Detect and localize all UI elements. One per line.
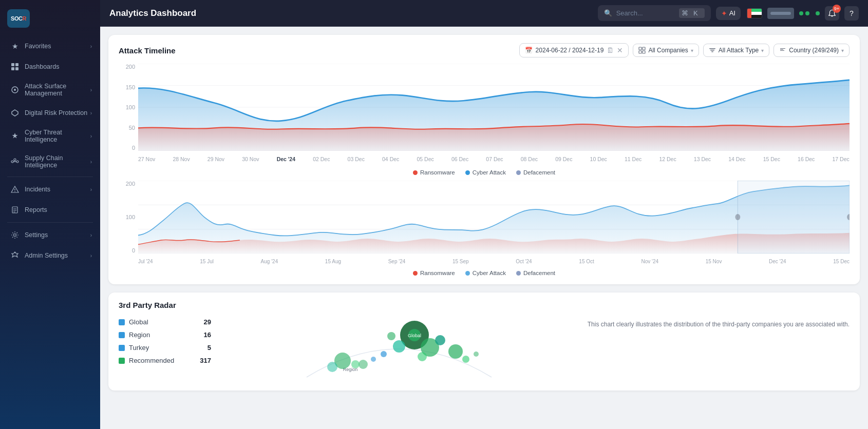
chevron-icon: ›	[90, 253, 92, 259]
sidebar: SOCR ★ Favorites › Dashboards Attack Sur…	[0, 0, 100, 429]
turkey-dot	[119, 345, 125, 351]
filter-group: 📅 2024-06-22 / 2024-12-19 🗓 ✕ All Compan…	[519, 43, 850, 57]
search-shortcut: ⌘ K	[679, 8, 705, 18]
main-chart-canvas	[138, 64, 850, 151]
radar-card-header: 3rd Party Radar	[119, 301, 850, 309]
companies-filter[interactable]: All Companies ▾	[633, 44, 699, 57]
mini-y-labels: 200 100 0	[119, 181, 138, 254]
logo: SOCR	[7, 9, 30, 28]
page-title: Analytics Dashboard	[109, 8, 196, 18]
chevron-icon: ›	[90, 159, 92, 165]
mini-chart-canvas	[138, 181, 850, 254]
svg-rect-18	[639, 47, 641, 50]
svg-point-49	[474, 352, 479, 357]
status-dot-green1	[799, 11, 803, 15]
x-axis-labels: 27 Nov 28 Nov 29 Nov 30 Nov Dec '24 02 D…	[138, 152, 850, 166]
radar-legend: Global 29 Region 16 Turkey 5 Recommended…	[119, 316, 211, 382]
mini-x-labels: Jul '24 15 Jul Aug '24 15 Aug Sep '24 15…	[138, 255, 850, 268]
sidebar-item-settings[interactable]: Settings ›	[3, 225, 97, 245]
radar-title: 3rd Party Radar	[119, 301, 176, 309]
sidebar-item-dashboards[interactable]: Dashboards	[3, 57, 97, 76]
sidebar-item-digital-risk[interactable]: Digital Risk Protection ›	[3, 103, 97, 123]
chevron-icon: ›	[90, 133, 92, 139]
notification-icon[interactable]: 9+	[825, 6, 839, 21]
legend-ransomware: Ransomware	[413, 169, 455, 176]
digital-risk-icon	[10, 108, 20, 118]
sidebar-item-supply-chain[interactable]: Supply Chain Intelligence ›	[3, 149, 97, 174]
help-button[interactable]: ?	[844, 6, 859, 21]
svg-point-7	[16, 161, 18, 163]
svg-point-5	[14, 89, 16, 91]
y-axis-labels: 200 150 100 50 0	[119, 64, 138, 151]
sidebar-item-cyber-threat[interactable]: Cyber Threat Intelligence ›	[3, 124, 97, 148]
svg-rect-3	[15, 67, 18, 70]
date-range-value: 2024-06-22 / 2024-12-19	[536, 47, 604, 54]
mini-defacement-dot	[516, 271, 521, 276]
sidebar-item-favorites[interactable]: ★ Favorites ›	[3, 36, 97, 56]
svg-point-44	[418, 352, 427, 361]
chevron-attack-type: ▾	[761, 48, 764, 53]
country-filter[interactable]: Country (249/249) ▾	[773, 44, 850, 57]
svg-point-41	[393, 340, 405, 353]
svg-point-8	[14, 159, 16, 161]
ransomware-dot	[413, 170, 418, 175]
recommended-dot	[119, 358, 125, 364]
chevron-icon: ›	[90, 232, 92, 238]
legend-defacement: Defacement	[516, 169, 555, 176]
radar-legend-recommended: Recommended 317	[119, 354, 211, 367]
radar-legend-turkey: Turkey 5	[119, 341, 211, 354]
search-icon: 🔍	[604, 9, 612, 17]
mini-chart-area: 200 100 0	[119, 181, 850, 268]
radar-legend-region: Region 16	[119, 328, 211, 341]
mini-ransomware-dot	[413, 271, 418, 276]
dashboards-icon	[10, 62, 20, 71]
svg-rect-2	[11, 67, 14, 70]
ai-button[interactable]: ✦ AI	[716, 7, 741, 20]
svg-text:Global: Global	[408, 333, 421, 338]
radar-legend-global: Global 29	[119, 316, 211, 328]
close-date-icon[interactable]: ✕	[617, 46, 623, 54]
svg-rect-20	[639, 51, 641, 53]
user-org-label	[767, 8, 794, 19]
sidebar-item-admin[interactable]: Admin Settings ›	[3, 246, 97, 265]
sidebar-item-attack-surface[interactable]: Attack Surface Management ›	[3, 77, 97, 102]
svg-point-17	[14, 234, 16, 237]
supply-chain-icon	[10, 157, 20, 166]
sidebar-item-incidents[interactable]: Incidents ›	[3, 180, 97, 199]
settings-icon	[10, 230, 20, 240]
calendar-icon: 📅	[525, 47, 533, 54]
attack-type-filter[interactable]: All Attack Type ▾	[703, 44, 770, 57]
chevron-icon: ›	[90, 187, 92, 192]
radar-description: This chart clearly illustrates the distr…	[588, 316, 850, 382]
attack-surface-icon	[10, 85, 20, 94]
svg-point-46	[381, 351, 387, 357]
nav-separator	[7, 222, 93, 223]
legend-cyber-attack: Cyber Attack	[465, 169, 506, 176]
svg-point-43	[387, 332, 395, 340]
svg-point-12	[14, 191, 15, 192]
svg-rect-23	[710, 50, 714, 51]
chevron-country: ▾	[841, 48, 844, 53]
sidebar-item-reports[interactable]: Reports	[3, 200, 97, 220]
attack-type-icon	[709, 47, 716, 54]
search-bar[interactable]: 🔍 Search... ⌘ K	[598, 5, 711, 21]
mini-cyber-attack-dot	[465, 271, 470, 276]
svg-point-48	[462, 356, 469, 363]
svg-rect-24	[711, 51, 713, 52]
svg-rect-0	[11, 63, 14, 66]
svg-point-42	[435, 335, 445, 345]
search-placeholder: Search...	[616, 9, 675, 17]
svg-point-35	[735, 214, 740, 220]
svg-point-53	[327, 362, 337, 372]
region-dot	[119, 332, 125, 338]
mini-legend-defacement: Defacement	[516, 270, 555, 276]
mini-legend-cyber-attack: Cyber Attack	[465, 270, 506, 276]
svg-rect-19	[643, 47, 645, 50]
header: Analytics Dashboard 🔍 Search... ⌘ K ✦ AI	[100, 0, 868, 27]
status-indicators	[799, 11, 820, 15]
date-range-filter[interactable]: 📅 2024-06-22 / 2024-12-19 🗓 ✕	[519, 43, 629, 57]
companies-icon	[638, 47, 646, 54]
chart-legend: Ransomware Cyber Attack Defacement	[119, 169, 850, 176]
attack-timeline-card: Attack Timeline 📅 2024-06-22 / 2024-12-1…	[108, 35, 860, 284]
chevron-icon: ›	[90, 110, 92, 116]
